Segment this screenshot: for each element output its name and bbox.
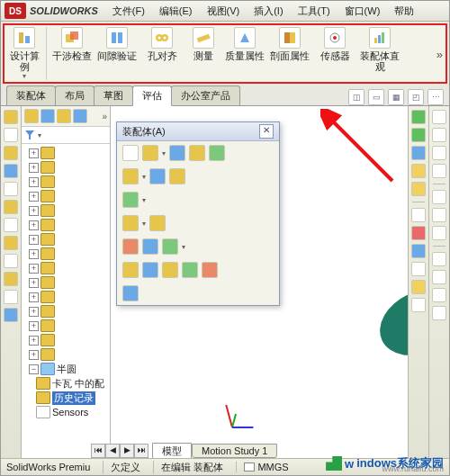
lt-icon-2[interactable] xyxy=(4,128,18,142)
view-tool-1[interactable]: ◫ xyxy=(348,89,364,105)
filter-icon[interactable] xyxy=(25,130,34,139)
tree-node-sensors[interactable]: Sensors xyxy=(23,405,108,419)
p-icon-19[interactable] xyxy=(202,262,218,278)
ribbon-clearance[interactable]: 间隙验证 xyxy=(97,27,137,61)
rt2-icon-11[interactable] xyxy=(432,306,446,320)
p-icon-4[interactable] xyxy=(189,145,205,161)
rt2-icon-6[interactable] xyxy=(432,208,446,222)
chevron-right-icon[interactable]: » xyxy=(102,112,107,121)
rt1-icon-6[interactable] xyxy=(411,208,426,222)
tree-tab-display-icon[interactable] xyxy=(73,109,87,123)
lt-icon-12[interactable] xyxy=(4,308,18,322)
expand-icon[interactable]: + xyxy=(29,235,39,245)
scroll-first-icon[interactable]: ⏮ xyxy=(91,444,105,458)
tree-tab-prop-icon[interactable] xyxy=(40,109,55,123)
tree-node[interactable]: + xyxy=(23,319,108,333)
p-icon-7[interactable] xyxy=(149,168,166,184)
tree-node[interactable]: + xyxy=(23,347,108,362)
clip-icon[interactable] xyxy=(122,145,139,161)
rt1-icon-10[interactable] xyxy=(411,280,426,294)
tree-node[interactable]: + xyxy=(23,175,108,189)
rt1-icon-4[interactable] xyxy=(411,164,426,178)
tree-node[interactable]: + xyxy=(23,189,108,203)
collapse-icon[interactable]: − xyxy=(29,364,39,374)
ribbon-measure[interactable]: 测量 xyxy=(187,27,220,61)
expand-icon[interactable]: + xyxy=(29,336,39,346)
expand-icon[interactable]: + xyxy=(29,220,39,230)
tab-layout[interactable]: 布局 xyxy=(55,85,94,105)
tree-node[interactable]: + xyxy=(23,232,108,247)
lt-icon-6[interactable] xyxy=(4,200,18,214)
tree-node[interactable]: + xyxy=(23,333,108,347)
p-icon-17[interactable] xyxy=(162,262,178,278)
view-tool-2[interactable]: ▭ xyxy=(368,89,384,105)
lt-icon-7[interactable] xyxy=(4,218,18,232)
p-icon-3[interactable] xyxy=(169,145,185,161)
tab-sketch[interactable]: 草图 xyxy=(94,85,133,105)
p-icon-12[interactable] xyxy=(122,238,139,255)
menu-help[interactable]: 帮助 xyxy=(389,3,419,20)
tab-evaluate[interactable]: 评估 xyxy=(132,85,172,106)
ribbon-mass-props[interactable]: 质量属性 xyxy=(225,27,265,61)
p-icon-10[interactable] xyxy=(122,215,139,231)
ribbon-overflow-icon[interactable]: » xyxy=(436,47,443,60)
expand-icon[interactable]: + xyxy=(29,163,39,173)
rt1-icon-5[interactable] xyxy=(411,182,426,196)
p-icon-20[interactable] xyxy=(122,285,139,301)
ribbon-section-props[interactable]: 剖面属性 xyxy=(270,27,310,61)
rt1-icon-2[interactable] xyxy=(411,128,426,142)
rt2-zoom-area-icon[interactable] xyxy=(432,128,446,142)
tree-node[interactable]: + xyxy=(23,290,108,304)
rt2-pan-icon[interactable] xyxy=(432,164,446,178)
doc-tab-motion[interactable]: Motion Study 1 xyxy=(192,444,277,458)
ribbon-assembly-visual[interactable]: 装配体直观 xyxy=(360,27,400,72)
expand-icon[interactable]: + xyxy=(29,350,39,360)
p-icon-11[interactable] xyxy=(149,215,166,231)
p-icon-8[interactable] xyxy=(169,168,185,184)
ribbon-interference[interactable]: 干涉检查 xyxy=(52,27,92,61)
p-icon-14[interactable] xyxy=(162,238,178,255)
expand-icon[interactable]: + xyxy=(29,192,39,202)
lt-icon-5[interactable] xyxy=(4,182,18,196)
tree-tab-feature-icon[interactable] xyxy=(24,109,39,123)
expand-icon[interactable]: + xyxy=(29,321,39,331)
rt1-icon-7[interactable] xyxy=(411,226,426,240)
p-icon-5[interactable] xyxy=(209,145,225,161)
expand-icon[interactable]: + xyxy=(29,177,39,187)
expand-icon[interactable]: + xyxy=(29,148,39,158)
scroll-next-icon[interactable]: ▶ xyxy=(120,444,134,458)
view-tool-5[interactable]: ⋯ xyxy=(428,89,444,105)
scroll-prev-icon[interactable]: ◀ xyxy=(105,444,120,458)
lt-icon-9[interactable] xyxy=(4,254,18,268)
p-icon-2[interactable] xyxy=(142,145,158,161)
tree-node[interactable]: + xyxy=(23,261,108,275)
lt-icon-4[interactable] xyxy=(4,164,18,178)
rt1-icon-11[interactable] xyxy=(411,298,426,312)
rt2-zoom-fit-icon[interactable] xyxy=(432,110,446,124)
tree-node[interactable]: + xyxy=(23,247,108,261)
expand-icon[interactable]: + xyxy=(29,292,39,302)
menu-insert[interactable]: 插入(I) xyxy=(248,3,288,20)
tree-node[interactable]: + xyxy=(23,160,108,175)
tree-tab-config-icon[interactable] xyxy=(57,109,71,123)
menu-window[interactable]: 窗口(W) xyxy=(339,3,386,20)
lt-icon-11[interactable] xyxy=(4,290,18,304)
rt1-icon-1[interactable] xyxy=(411,110,426,124)
feature-tree[interactable]: + + + + + + + + + + + + + + + −半圆 卡瓦 中的配… xyxy=(22,144,110,467)
doc-tab-model[interactable]: 模型 xyxy=(152,443,192,460)
tree-node[interactable]: −半圆 xyxy=(23,362,108,376)
p-icon-15[interactable] xyxy=(122,262,139,278)
menu-view[interactable]: 视图(V) xyxy=(202,3,246,20)
expand-icon[interactable]: + xyxy=(29,307,39,317)
tab-assembly[interactable]: 装配体 xyxy=(6,85,56,105)
lt-icon-3[interactable] xyxy=(4,146,18,160)
p-icon-9[interactable] xyxy=(122,192,139,208)
ribbon-sensors[interactable]: 传感器 xyxy=(315,27,355,61)
ribbon-hole-align[interactable]: 孔对齐 xyxy=(142,27,182,61)
lt-icon-8[interactable] xyxy=(4,236,18,250)
menu-edit[interactable]: 编辑(E) xyxy=(154,3,198,20)
tree-node[interactable]: + xyxy=(23,218,108,232)
rt2-icon-8[interactable] xyxy=(432,252,446,266)
tree-node-history[interactable]: 历史记录 xyxy=(23,391,108,405)
tree-node[interactable]: + xyxy=(23,304,108,319)
